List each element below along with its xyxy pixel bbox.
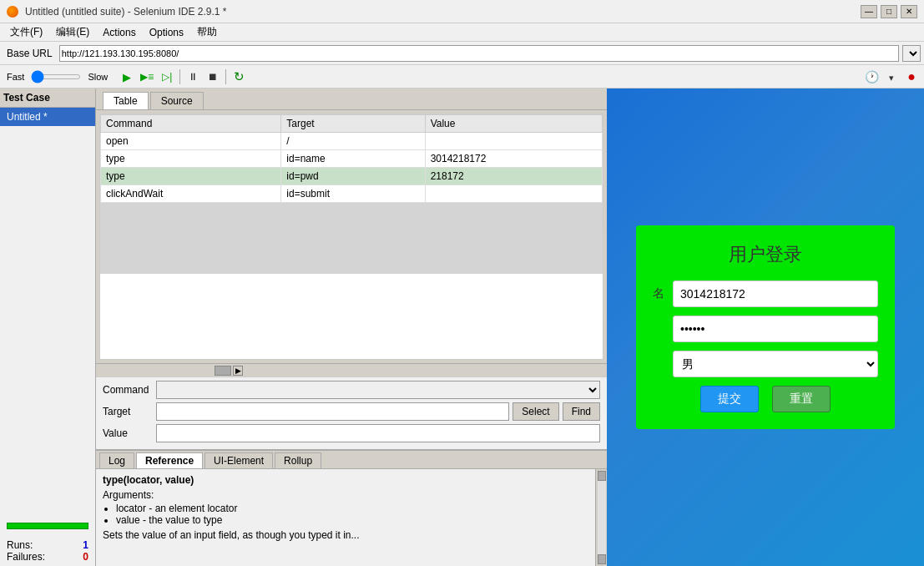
bottom-tab-reference[interactable]: Reference bbox=[136, 452, 203, 468]
dropdown-button[interactable] bbox=[882, 68, 901, 86]
find-button[interactable]: Find bbox=[563, 402, 600, 421]
cell-command: clickAndWait bbox=[101, 185, 281, 203]
table-row[interactable]: typeid=name3014218172 bbox=[101, 150, 603, 168]
step-button[interactable]: ▷| bbox=[158, 68, 176, 86]
col-value: Value bbox=[425, 115, 602, 133]
scroll-up-btn[interactable] bbox=[598, 471, 606, 481]
browser-preview: 用户登录 名 男 提交 重置 bbox=[607, 88, 924, 566]
menubar: 文件(F) 编辑(E) Actions Options 帮助 bbox=[0, 23, 924, 42]
cell-target: id=name bbox=[281, 150, 425, 168]
close-button[interactable]: ✕ bbox=[901, 5, 917, 18]
table-row[interactable]: typeid=pwd218172 bbox=[101, 168, 603, 185]
value-input[interactable] bbox=[156, 424, 600, 442]
run-progress-bar bbox=[7, 523, 88, 529]
horizontal-scrollbar[interactable]: ▶ bbox=[96, 363, 607, 376]
bottom-content: type(locator, value) Arguments: locator … bbox=[96, 469, 607, 566]
bottom-tab-rollup[interactable]: Rollup bbox=[275, 452, 321, 468]
speed-slider[interactable] bbox=[31, 74, 81, 79]
password-row bbox=[653, 316, 878, 342]
menu-options[interactable]: Options bbox=[143, 25, 190, 40]
clock-icon: 🕐 bbox=[865, 70, 879, 83]
command-label: Command bbox=[103, 384, 153, 396]
cell-target: / bbox=[281, 133, 425, 150]
menu-file[interactable]: 文件(F) bbox=[3, 23, 49, 41]
window-title: Untitled (untitled suite) - Selenium IDE… bbox=[25, 6, 854, 18]
testcase-list: Untitled * bbox=[0, 108, 95, 516]
gender-row: 男 bbox=[653, 351, 878, 377]
reference-arg1: locator - an element locator bbox=[116, 503, 585, 514]
submit-button[interactable]: 提交 bbox=[700, 386, 759, 412]
menu-help[interactable]: 帮助 bbox=[190, 23, 224, 41]
cell-value: 3014218172 bbox=[425, 150, 602, 168]
maximize-button[interactable]: □ bbox=[881, 5, 897, 18]
speed-fast-label: Fast bbox=[7, 72, 24, 82]
baseurl-input[interactable] bbox=[59, 45, 899, 62]
tabs-bar: Table Source bbox=[96, 88, 607, 110]
reset-button[interactable]: 重置 bbox=[772, 386, 831, 412]
toolbar-sep2 bbox=[225, 69, 226, 84]
menu-edit[interactable]: 编辑(E) bbox=[49, 23, 96, 41]
scroll-down-btn[interactable] bbox=[598, 554, 606, 564]
scroll-right-btn[interactable]: ▶ bbox=[233, 366, 243, 376]
refresh-icon bbox=[234, 69, 245, 84]
pause-icon: ⏸ bbox=[188, 71, 198, 83]
col-command: Command bbox=[101, 115, 281, 133]
firefox-icon bbox=[7, 6, 18, 18]
command-row: Command bbox=[103, 381, 600, 399]
target-input[interactable] bbox=[156, 402, 509, 421]
baseurl-dropdown[interactable] bbox=[902, 45, 921, 62]
table-row[interactable]: open/ bbox=[101, 133, 603, 150]
cell-target: id=pwd bbox=[281, 168, 425, 185]
value-label: Value bbox=[103, 427, 153, 439]
baseurl-label: Base URL bbox=[3, 48, 56, 59]
empty-command-area[interactable] bbox=[100, 203, 603, 274]
table-row[interactable]: clickAndWaitid=submit bbox=[101, 185, 603, 203]
bottom-tab-log[interactable]: Log bbox=[99, 452, 134, 468]
speed-slow-label: Slow bbox=[88, 72, 108, 82]
toolbar-sep1 bbox=[179, 69, 180, 84]
stop-button[interactable]: ⏹ bbox=[204, 68, 222, 86]
left-panel: Test Case Untitled * Runs: 1 Failures: 0 bbox=[0, 88, 96, 566]
select-button[interactable]: Select bbox=[512, 402, 558, 421]
record-icon bbox=[907, 69, 916, 84]
stop-icon: ⏹ bbox=[208, 71, 218, 83]
pause-button[interactable]: ⏸ bbox=[184, 68, 202, 86]
record-button[interactable] bbox=[902, 68, 921, 86]
login-buttons: 提交 重置 bbox=[653, 386, 878, 412]
runs-value: 1 bbox=[83, 539, 88, 551]
username-input[interactable] bbox=[673, 280, 878, 307]
gender-select[interactable]: 男 bbox=[673, 351, 878, 377]
clock-button[interactable]: 🕐 bbox=[862, 68, 881, 86]
reference-desc: Sets the value of an input field, as tho… bbox=[103, 529, 585, 541]
command-input[interactable] bbox=[156, 381, 600, 399]
login-box: 用户登录 名 男 提交 重置 bbox=[636, 225, 895, 429]
testcase-item[interactable]: Untitled * bbox=[0, 108, 95, 126]
titlebar: Untitled (untitled suite) - Selenium IDE… bbox=[0, 0, 924, 23]
playall-button[interactable]: ▶≡ bbox=[138, 68, 156, 86]
target-label: Target bbox=[103, 406, 153, 417]
ide-section: Table Source Command Target Value open/t… bbox=[96, 88, 607, 566]
dropdown-icon bbox=[889, 70, 894, 83]
password-input[interactable] bbox=[673, 316, 878, 342]
command-table-area[interactable]: Command Target Value open/typeid=name301… bbox=[99, 114, 603, 360]
step-icon: ▷| bbox=[162, 71, 172, 83]
bottom-tab-ui[interactable]: UI-Element bbox=[204, 452, 273, 468]
tab-table[interactable]: Table bbox=[103, 92, 149, 109]
bottom-scrollbar[interactable] bbox=[595, 469, 607, 566]
refresh-button[interactable] bbox=[230, 68, 248, 86]
cell-value bbox=[425, 133, 602, 150]
bottom-panel: Log Reference UI-Element Rollup type(loc… bbox=[96, 449, 607, 566]
login-title: 用户登录 bbox=[653, 242, 878, 267]
playall-icon: ▶≡ bbox=[140, 71, 154, 83]
minimize-button[interactable]: — bbox=[861, 5, 877, 18]
tab-source[interactable]: Source bbox=[150, 92, 204, 109]
failures-value: 0 bbox=[83, 551, 88, 563]
target-row: Target Select Find bbox=[103, 402, 600, 421]
cell-value bbox=[425, 185, 602, 203]
reference-args-label: Arguments: bbox=[103, 489, 585, 501]
menu-actions[interactable]: Actions bbox=[96, 25, 142, 40]
reference-arg2: value - the value to type bbox=[116, 514, 585, 526]
content-area: Test Case Untitled * Runs: 1 Failures: 0… bbox=[0, 88, 924, 566]
scroll-thumb[interactable] bbox=[215, 366, 231, 376]
play-button[interactable] bbox=[118, 68, 136, 86]
